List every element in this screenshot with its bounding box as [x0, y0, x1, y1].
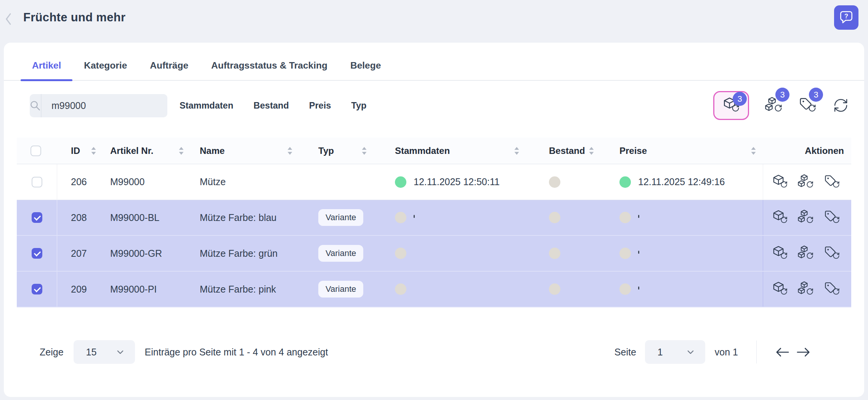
actions-cell	[763, 272, 851, 307]
column-header-artikel-nr[interactable]: Artikel Nr.	[103, 146, 191, 156]
count-badge: 3	[733, 92, 747, 106]
id-cell: 206	[57, 176, 103, 187]
sort-icon[interactable]	[178, 146, 185, 155]
article-number-cell: M99000-BL	[103, 212, 191, 223]
tab-aufträge[interactable]: Aufträge	[138, 60, 200, 80]
status-dot	[395, 283, 406, 295]
actions-cell	[763, 164, 851, 200]
tab-artikel[interactable]: Artikel	[21, 60, 72, 80]
page-select[interactable]: 1	[645, 340, 705, 364]
filter-preis[interactable]: Preis	[309, 101, 331, 111]
row-checkbox[interactable]	[32, 177, 42, 187]
tab-belege[interactable]: Belege	[339, 60, 392, 80]
toolbar: Stammdaten Bestand Preis Typ 3 3 3	[30, 91, 856, 120]
sort-icon[interactable]	[90, 146, 97, 155]
count-badge: 3	[809, 88, 823, 102]
page-title: Früchte und mehr	[23, 11, 125, 24]
column-header-typ[interactable]: Typ	[299, 146, 374, 156]
row-tag-sync-button[interactable]	[824, 281, 840, 297]
page-size-select[interactable]: 15	[74, 340, 135, 364]
help-icon	[838, 9, 855, 26]
chevron-down-icon	[686, 348, 695, 357]
row-tag-sync-button[interactable]	[824, 210, 840, 226]
status-dot	[395, 212, 406, 223]
row-tag-sync-button[interactable]	[824, 245, 840, 261]
row-checkbox[interactable]	[32, 248, 42, 259]
box-sync-icon	[772, 174, 788, 190]
table-row: 209 M99000-PI Mütze Farbe: pink Variante	[17, 272, 851, 307]
row-box-sync-button[interactable]	[772, 174, 788, 190]
typ-cell: Variante	[299, 245, 374, 262]
sync-button-group: 3 3 3	[713, 91, 856, 120]
stammdaten-cell	[374, 212, 526, 223]
row-checkbox[interactable]	[32, 212, 42, 223]
status-dot	[619, 283, 631, 295]
status-dot	[619, 176, 631, 188]
next-page-button[interactable]	[796, 346, 811, 358]
search-input[interactable]	[42, 94, 167, 117]
row-boxes-sync-button[interactable]	[798, 210, 814, 226]
name-cell: Mütze Farbe: grün	[191, 248, 299, 259]
column-header-bestand[interactable]: Bestand	[526, 146, 598, 156]
tabs: Artikel Kategorie Aufträge Auftragsstatu…	[4, 43, 864, 81]
filter-group: Stammdaten Bestand Preis Typ	[180, 101, 366, 111]
boxes-sync-icon	[798, 245, 814, 261]
articles-table: ID Artikel Nr. Name Typ Stammdaten Besta…	[17, 138, 851, 307]
tag-sync-icon	[824, 281, 840, 297]
tab-kategorie[interactable]: Kategorie	[72, 60, 138, 80]
sort-icon[interactable]	[287, 146, 293, 155]
tab-label: Auftragsstatus & Tracking	[211, 60, 327, 70]
filter-typ[interactable]: Typ	[351, 101, 366, 111]
boxes-sync-button[interactable]: 3	[765, 97, 783, 114]
previous-page-button[interactable]	[775, 346, 789, 358]
tab-auftragsstatus-&-tracking[interactable]: Auftragsstatus & Tracking	[200, 60, 339, 80]
select-all-checkbox[interactable]	[30, 146, 41, 156]
page-size-value: 15	[86, 347, 97, 358]
sort-icon[interactable]	[588, 146, 595, 155]
column-header-stammdaten[interactable]: Stammdaten	[374, 146, 526, 156]
tag-sync-button[interactable]: 3	[799, 97, 816, 114]
row-box-sync-button[interactable]	[772, 245, 788, 261]
refresh-button[interactable]	[832, 97, 850, 114]
column-header-name[interactable]: Name	[191, 146, 299, 156]
id-cell: 208	[57, 212, 103, 223]
row-checkbox-cell	[17, 272, 57, 307]
variante-badge: Variante	[318, 281, 363, 298]
filter-stammdaten[interactable]: Stammdaten	[180, 101, 233, 111]
sort-icon[interactable]	[361, 146, 367, 155]
name-cell: Mütze Farbe: pink	[191, 284, 299, 295]
column-header-preise[interactable]: Preise	[598, 146, 763, 156]
column-header-id[interactable]: ID	[57, 146, 103, 156]
filter-bestand[interactable]: Bestand	[254, 101, 289, 111]
sort-icon[interactable]	[750, 146, 757, 155]
bestand-cell	[526, 212, 598, 223]
row-checkbox[interactable]	[32, 284, 42, 294]
preise-cell	[598, 248, 763, 259]
typ-cell: Variante	[299, 209, 374, 226]
variante-badge: Variante	[318, 245, 363, 262]
row-tag-sync-button[interactable]	[824, 174, 840, 190]
column-label: Name	[200, 146, 225, 156]
row-boxes-sync-button[interactable]	[798, 281, 814, 297]
box-sync-button[interactable]: 3	[713, 91, 749, 120]
sort-icon[interactable]	[513, 146, 520, 155]
status-dot	[549, 283, 560, 295]
tab-label: Belege	[350, 60, 381, 70]
help-button[interactable]	[834, 5, 858, 30]
column-label: Aktionen	[805, 146, 844, 156]
stammdaten-cell	[374, 248, 526, 259]
row-boxes-sync-button[interactable]	[798, 174, 814, 190]
status-date: 12.11.2025 12:49:16	[638, 176, 725, 187]
row-checkbox-cell	[17, 200, 57, 235]
main-panel: Artikel Kategorie Aufträge Auftragsstatu…	[4, 43, 864, 397]
app-header: Früchte und mehr	[0, 0, 868, 43]
tab-label: Artikel	[32, 60, 61, 70]
back-button[interactable]	[4, 13, 14, 26]
row-boxes-sync-button[interactable]	[798, 245, 814, 261]
row-box-sync-button[interactable]	[772, 210, 788, 226]
box-sync-icon	[772, 210, 788, 226]
arrow-left-icon	[775, 346, 789, 358]
row-box-sync-button[interactable]	[772, 281, 788, 297]
empty-value-tick	[414, 215, 415, 218]
status-dot	[549, 212, 560, 223]
